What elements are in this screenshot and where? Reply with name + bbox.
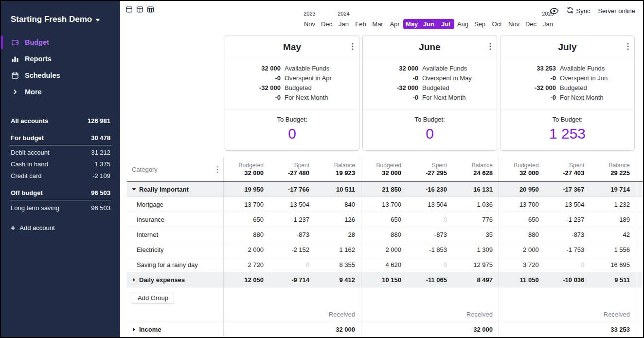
balance-cell[interactable]: 1 309 [453,242,499,257]
spent-cell[interactable]: -1 237 [545,212,590,227]
balance-cell[interactable]: 12 975 [453,257,499,272]
budgeted-cell[interactable]: 11 050 [499,272,545,287]
budgeted-cell[interactable]: 4 620 [361,257,407,272]
column-header-budgeted[interactable]: Budgeted32 000 [499,158,545,181]
account-row[interactable]: Debit account31 212 [10,147,111,159]
month-nav-apr-5[interactable]: Apr [386,19,403,29]
budgeted-cell[interactable]: 3 720 [499,257,545,272]
budgeted-cell[interactable]: 2 000 [499,242,545,257]
category-name[interactable]: Electricity [127,242,223,257]
account-row[interactable]: All accounts126 981 [10,115,111,126]
spent-cell[interactable]: -13 504 [545,197,590,212]
budgeted-cell[interactable]: 880 [224,227,269,242]
server-status[interactable]: Server online [598,7,635,15]
month-nav-dec-13[interactable]: Dec [522,19,539,29]
three-month-view-icon[interactable] [147,6,154,13]
balance-cell[interactable]: 16 695 [590,257,636,272]
spent-cell[interactable]: -13 504 [269,197,315,212]
group-name[interactable]: Daily expenses [127,272,223,287]
spent-cell[interactable]: -17 766 [269,182,315,196]
month-menu-icon[interactable] [489,43,491,50]
triangle-down-icon[interactable] [132,187,136,192]
spent-cell[interactable]: -1 853 [407,242,453,257]
spent-cell[interactable]: 0 [407,212,453,227]
month-nav-nov-0[interactable]: Nov [301,19,318,29]
spent-cell[interactable]: 0 [269,257,315,272]
spent-cell[interactable]: -10 036 [545,272,590,287]
month-nav-may-6[interactable]: May [403,19,420,29]
add-group-button[interactable]: Add Group [132,292,174,304]
budgeted-cell[interactable]: 19 950 [224,182,269,196]
budgeted-cell[interactable]: 2 000 [361,242,407,257]
column-header-budgeted[interactable]: Budgeted32 000 [224,158,269,181]
to-budget-amount[interactable]: 0 [363,125,497,142]
spent-cell[interactable]: -873 [269,227,315,242]
spent-cell[interactable]: -1 753 [545,242,590,257]
month-nav-jan-14[interactable]: Jan [539,19,556,29]
category-name[interactable]: Mortgage [127,197,223,212]
spent-cell[interactable]: -13 504 [407,197,453,212]
month-nav-aug-9[interactable]: Aug [454,19,471,29]
account-row[interactable]: Cash in hand1 375 [10,159,111,170]
month-nav-jan-2[interactable]: Jan [335,19,352,29]
account-row[interactable]: Credit card-2 109 [10,170,111,182]
spent-cell[interactable]: -9 714 [269,272,315,287]
budgeted-cell[interactable]: 21 850 [361,182,407,196]
budgeted-cell[interactable]: 650 [361,212,407,227]
balance-cell[interactable]: 8 355 [315,257,361,272]
sidebar-item-more[interactable]: More [1,84,120,100]
balance-cell[interactable]: 1 036 [453,197,499,212]
budget-file-menu[interactable]: Starting Fresh Demo [1,9,120,31]
month-nav-sep-10[interactable]: Sep [471,19,488,29]
triangle-right-icon[interactable] [132,278,136,282]
triangle-right-icon[interactable] [132,327,136,332]
column-header-balance[interactable]: Balance24 628 [453,158,499,181]
sidebar-item-schedules[interactable]: Schedules [1,67,120,84]
month-nav-nov-12[interactable]: Nov [505,19,522,29]
add-account-button[interactable]: + Add account [11,224,110,231]
balance-cell[interactable]: 189 [590,212,636,227]
category-name[interactable]: Internet [127,227,223,242]
budgeted-cell[interactable]: 880 [361,227,407,242]
budgeted-cell[interactable]: 20 950 [499,182,545,196]
spent-cell[interactable]: 0 [407,257,453,272]
balance-cell[interactable]: 10 511 [315,182,361,196]
account-row[interactable]: Long term saving96 503 [10,202,111,213]
balance-cell[interactable]: 9 412 [315,272,361,287]
two-month-view-icon[interactable] [136,6,143,13]
spent-cell[interactable]: 0 [545,257,590,272]
single-month-view-icon[interactable] [125,6,133,13]
balance-cell[interactable]: 776 [453,212,499,227]
balance-cell[interactable]: 1 162 [315,242,361,257]
account-row[interactable]: For budget30 478 [10,132,111,145]
column-header-budgeted[interactable]: Budgeted32 000 [361,158,407,181]
month-nav-jun-7[interactable]: Jun [420,19,437,29]
budgeted-cell[interactable]: 2 720 [224,257,269,272]
column-header-spent[interactable]: Spent-27 480 [269,158,315,181]
budgeted-cell[interactable]: 13 700 [361,197,407,212]
spent-cell[interactable]: -1 237 [269,212,315,227]
month-nav-mar-4[interactable]: Mar [369,19,386,29]
budgeted-cell[interactable]: 650 [224,212,269,227]
budgeted-cell[interactable]: 13 700 [499,197,545,212]
spent-cell[interactable]: -2 152 [269,242,315,257]
balance-cell[interactable]: 28 [315,227,361,242]
category-name[interactable]: Saving for a rainy day [127,257,223,272]
balance-cell[interactable]: 35 [453,227,499,242]
month-menu-icon[interactable] [352,43,354,50]
sidebar-item-reports[interactable]: Reports [1,51,120,67]
month-nav-oct-11[interactable]: Oct [488,19,505,29]
balance-cell[interactable]: 42 [590,227,636,242]
group-name[interactable]: Really Important [127,182,223,196]
spent-cell[interactable]: -11 065 [407,272,453,287]
spent-cell[interactable]: -873 [545,227,590,242]
balance-cell[interactable]: 16 131 [453,182,499,196]
budgeted-cell[interactable]: 650 [499,212,545,227]
privacy-eye-icon[interactable] [550,8,559,14]
balance-cell[interactable]: 1 556 [590,242,636,257]
budgeted-cell[interactable]: 10 150 [361,272,407,287]
month-nav-feb-3[interactable]: Feb [352,19,369,29]
column-header-spent[interactable]: Spent-27 295 [407,158,453,181]
income-group-name[interactable]: Income [127,321,223,337]
category-name[interactable]: Insurance [127,212,223,227]
